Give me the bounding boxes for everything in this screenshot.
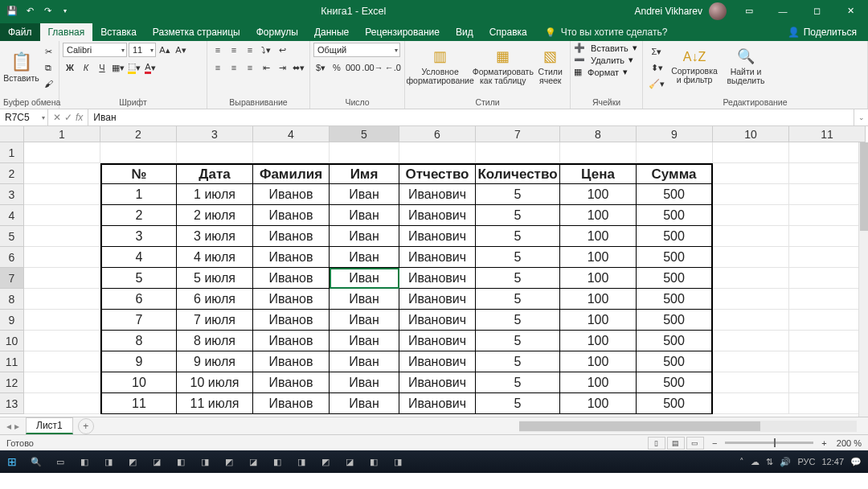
- cell[interactable]: [24, 142, 100, 163]
- cell[interactable]: 100: [560, 247, 637, 268]
- cell[interactable]: [24, 268, 100, 289]
- cell[interactable]: 500: [637, 372, 713, 393]
- tab-formulas[interactable]: Формулы: [248, 23, 306, 41]
- cell[interactable]: Цена: [560, 163, 637, 184]
- start-button-icon[interactable]: ⊞: [0, 450, 24, 473]
- view-normal-icon[interactable]: ▯: [648, 437, 665, 450]
- add-sheet-button[interactable]: +: [78, 418, 94, 434]
- cell[interactable]: Иванович: [399, 351, 476, 372]
- tell-me-search[interactable]: 💡 Что вы хотите сделать?: [545, 27, 668, 41]
- cell[interactable]: 100: [560, 184, 637, 205]
- cell[interactable]: Иванов: [253, 331, 330, 351]
- column-header[interactable]: 11: [789, 126, 866, 142]
- align-top-icon[interactable]: ≡: [211, 43, 225, 57]
- tray-overflow-icon[interactable]: ˄: [739, 457, 744, 467]
- cell[interactable]: [789, 351, 866, 372]
- taskbar-app-icon[interactable]: ◧: [362, 450, 386, 473]
- tab-help[interactable]: Справка: [481, 23, 535, 41]
- cell[interactable]: [713, 142, 789, 163]
- cell[interactable]: 1: [100, 184, 177, 205]
- cell[interactable]: [789, 289, 866, 310]
- column-header[interactable]: 5: [330, 126, 399, 142]
- column-header[interactable]: 3: [177, 126, 253, 142]
- cell[interactable]: [100, 142, 177, 163]
- cell[interactable]: Иван: [330, 310, 399, 331]
- cell[interactable]: [24, 289, 100, 310]
- taskbar-app-icon[interactable]: ◩: [313, 450, 338, 473]
- row-header[interactable]: 4: [0, 205, 24, 226]
- column-header[interactable]: 2: [100, 126, 177, 142]
- formula-bar-expand-icon[interactable]: ⌄: [854, 109, 868, 125]
- save-icon[interactable]: 💾: [5, 4, 19, 18]
- cell[interactable]: Иван: [330, 289, 399, 310]
- cell[interactable]: Иванов: [253, 226, 330, 247]
- cell[interactable]: Иван: [330, 331, 399, 351]
- row-header[interactable]: 11: [0, 351, 24, 372]
- cell[interactable]: 500: [637, 331, 713, 351]
- cell[interactable]: [713, 289, 789, 310]
- cell[interactable]: [789, 393, 866, 414]
- cell[interactable]: [24, 184, 100, 205]
- cell[interactable]: [789, 247, 866, 268]
- cell[interactable]: №: [100, 163, 177, 184]
- cell[interactable]: 100: [560, 268, 637, 289]
- cell[interactable]: [560, 142, 637, 163]
- autosum-icon[interactable]: Σ▾: [646, 44, 667, 59]
- cell[interactable]: 4 июля: [177, 247, 253, 268]
- cell[interactable]: 5: [476, 331, 560, 351]
- taskbar-app-icon[interactable]: ◨: [289, 450, 313, 473]
- taskbar-app-icon[interactable]: ◧: [265, 450, 289, 473]
- tab-view[interactable]: Вид: [448, 23, 481, 41]
- align-center-icon[interactable]: ≡: [227, 60, 241, 75]
- cell[interactable]: [713, 184, 789, 205]
- align-middle-icon[interactable]: ≡: [227, 43, 241, 57]
- cell[interactable]: 9 июля: [177, 351, 253, 372]
- taskbar-app-icon[interactable]: ◧: [72, 450, 96, 473]
- cell[interactable]: [789, 163, 866, 184]
- row-header[interactable]: 2: [0, 163, 24, 184]
- cell[interactable]: 3: [100, 226, 177, 247]
- cell[interactable]: Иванович: [399, 331, 476, 351]
- cell[interactable]: Иванович: [399, 393, 476, 414]
- cell[interactable]: [24, 247, 100, 268]
- cell[interactable]: [713, 205, 789, 226]
- sheet-nav-first-icon[interactable]: ◂: [6, 421, 11, 432]
- cell[interactable]: 500: [637, 393, 713, 414]
- fill-icon[interactable]: ⬍▾: [646, 60, 667, 75]
- merge-center-icon[interactable]: ⬌▾: [291, 60, 305, 75]
- formula-cancel-icon[interactable]: ✕: [53, 112, 61, 123]
- cell[interactable]: [713, 351, 789, 372]
- cell[interactable]: 500: [637, 226, 713, 247]
- cell[interactable]: Иванович: [399, 247, 476, 268]
- font-size-combo[interactable]: 11: [129, 43, 156, 57]
- cell[interactable]: 2 июля: [177, 205, 253, 226]
- cells-format-button[interactable]: ▦ Формат ▾: [574, 67, 639, 77]
- cell[interactable]: Иванов: [253, 372, 330, 393]
- taskbar-app-icon[interactable]: ◨: [96, 450, 121, 473]
- cell[interactable]: Иванов: [253, 247, 330, 268]
- cell[interactable]: 5: [476, 393, 560, 414]
- increase-decimal-icon[interactable]: .00→: [362, 60, 383, 75]
- sheet-nav-last-icon[interactable]: ▸: [14, 421, 19, 432]
- row-header[interactable]: 6: [0, 247, 24, 268]
- taskbar-app-icon[interactable]: ◪: [338, 450, 362, 473]
- cell[interactable]: 9: [100, 351, 177, 372]
- cell[interactable]: 7 июля: [177, 310, 253, 331]
- cell[interactable]: 4: [100, 247, 177, 268]
- tab-data[interactable]: Данные: [306, 23, 357, 41]
- cell[interactable]: Имя: [330, 163, 399, 184]
- ribbon-options-icon[interactable]: ▭: [735, 0, 764, 22]
- underline-button[interactable]: Ч: [95, 60, 109, 75]
- taskbar-app-icon[interactable]: ◨: [386, 450, 410, 473]
- currency-icon[interactable]: $▾: [313, 60, 328, 75]
- percent-icon[interactable]: %: [330, 60, 344, 75]
- cell[interactable]: 500: [637, 184, 713, 205]
- indent-increase-icon[interactable]: ⇥: [275, 60, 289, 75]
- cell[interactable]: Иванов: [253, 289, 330, 310]
- cell[interactable]: Иванович: [399, 372, 476, 393]
- cell[interactable]: [713, 393, 789, 414]
- horizontal-scrollbar[interactable]: [519, 421, 857, 432]
- cell[interactable]: Сумма: [637, 163, 713, 184]
- fx-icon[interactable]: fx: [76, 112, 83, 123]
- conditional-formatting-button[interactable]: ▥ Условное форматирование: [408, 46, 472, 90]
